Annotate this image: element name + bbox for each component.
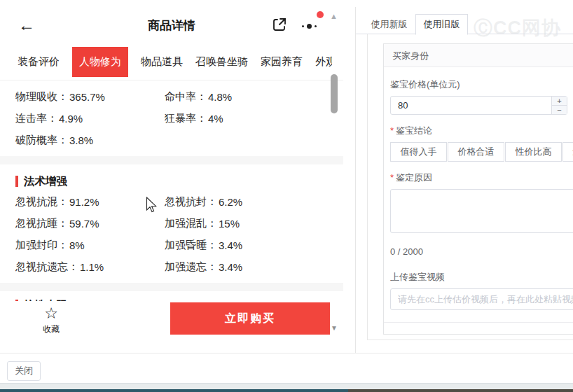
product-detail-panel: ← 商品详情 ▲ 装备评价 人物修为 物品道具 召唤兽坐骑 家园养育 — [0, 7, 356, 353]
collapse-panel-icon[interactable]: ▲ — [330, 12, 338, 20]
stat-value: 59.7% — [69, 218, 99, 230]
stat-item: 加强混乱15% — [165, 213, 343, 234]
stat-value: 365.7% — [69, 91, 105, 103]
stat-label: 命中率 — [165, 90, 207, 104]
stat-item: 加强封印8% — [15, 234, 165, 256]
stat-label: 加强封印 — [15, 239, 68, 252]
spell-stats-grid: 忽视抗混91.2% 忽视抗封6.2% 忽视抗睡59.7% 加强混乱15% 加强封… — [15, 191, 343, 278]
stat-item: 忽视抗遗忘1.1% — [15, 256, 165, 278]
price-label: 鉴宝价格(单位元) — [390, 78, 573, 91]
video-label: 上传鉴宝视频 — [390, 271, 573, 284]
tab-use-new-version[interactable]: 使用新版 — [363, 14, 415, 34]
basic-stats-grid: 物理吸收365.7% 命中率4.8% 连击率4.9% 狂暴率4% 破防概率3.8… — [15, 86, 343, 151]
appraisal-form-box: 买家身份 鉴宝价格(单位元) + − 鉴宝结论 值得入手 价格合适 — [383, 43, 573, 335]
appraisal-panel: ⒸCC网协 使用新版 使用旧版 买家身份 鉴宝价格(单位元) + − — [356, 7, 573, 353]
close-button[interactable]: 关闭 — [7, 361, 41, 381]
notification-badge-dot — [317, 11, 324, 18]
tab-character-cultivation[interactable]: 人物修为 — [72, 47, 128, 77]
stat-label: 物理吸收 — [15, 90, 68, 104]
option-worth-buying[interactable]: 值得入手 — [390, 142, 447, 162]
section-title: 法术增强 — [24, 174, 67, 189]
page-title: 商品详情 — [0, 18, 343, 34]
section-accent-bar — [15, 176, 18, 187]
more-menu-icon[interactable] — [302, 22, 324, 29]
dialog-footer-divider — [0, 353, 573, 354]
bottom-bar-left — [0, 389, 348, 392]
product-detail-header: ← 商品详情 ▲ — [0, 7, 355, 43]
stat-item: 忽视抗睡59.7% — [15, 213, 165, 234]
buyer-identity-header: 买家身份 — [384, 44, 573, 67]
dot — [307, 24, 312, 29]
stat-label: 狂暴率 — [165, 112, 207, 125]
price-stepper: + − — [390, 96, 567, 115]
share-icon[interactable] — [271, 16, 288, 33]
favorite-label: 收藏 — [35, 323, 67, 335]
appraisal-form-container: 买家身份 鉴宝价格(单位元) + − 鉴宝结论 值得入手 价格合适 — [367, 34, 573, 340]
tab-appearance[interactable]: 外观 — [315, 55, 332, 69]
stat-label: 连击率 — [15, 112, 57, 125]
stat-value: 4.9% — [59, 113, 83, 125]
stats-scroll-area[interactable]: 物理吸收365.7% 命中率4.8% 连击率4.9% 狂暴率4% 破防概率3.8… — [0, 80, 343, 301]
stat-item: 破防概率3.8% — [15, 130, 165, 151]
version-tab-bar: 使用新版 使用旧版 — [363, 14, 468, 34]
stat-label: 忽视抗封 — [165, 195, 217, 209]
option-fair-price[interactable]: 价格合适 — [448, 142, 504, 162]
stat-value: 4% — [208, 113, 223, 125]
stat-value: 6.2% — [219, 196, 242, 208]
form-divider — [384, 322, 573, 323]
tab-summon-mount[interactable]: 召唤兽坐骑 — [195, 55, 248, 69]
action-footer: ☆ 收藏 立即购买 ▼ — [0, 301, 343, 353]
dot — [302, 25, 304, 27]
stat-item: 物理吸收365.7% — [15, 86, 165, 108]
stat-item: 狂暴率4% — [165, 108, 343, 130]
stat-value: 3.8% — [69, 134, 93, 146]
section-divider — [0, 156, 343, 164]
price-input[interactable] — [391, 97, 548, 114]
chevron-down-icon[interactable]: ▼ — [331, 324, 338, 332]
decrement-icon[interactable]: − — [552, 106, 567, 114]
spell-enhance-section-header: 法术增强 — [15, 175, 343, 188]
bottom-bar-right — [348, 389, 573, 392]
video-link-input[interactable] — [390, 288, 573, 310]
stat-label: 忽视抗混 — [15, 195, 68, 209]
tab-equipment-review[interactable]: 装备评价 — [18, 55, 60, 69]
scrollbar-thumb[interactable] — [331, 74, 338, 113]
stat-item: 加强遗忘3.4% — [165, 256, 343, 278]
stat-value: 15% — [219, 218, 240, 230]
increment-icon[interactable]: + — [552, 97, 567, 106]
stat-label: 破防概率 — [15, 134, 68, 147]
char-counter: 0 / 2000 — [390, 246, 573, 257]
stat-value: 4.8% — [208, 91, 232, 103]
stat-label: 加强遗忘 — [165, 260, 217, 274]
dot — [315, 25, 317, 27]
screen: ← 商品详情 ▲ 装备评价 人物修为 物品道具 召唤兽坐骑 家园养育 — [0, 0, 573, 392]
stat-item: 连击率4.9% — [15, 108, 165, 130]
section-divider — [0, 283, 343, 291]
stat-item: 加强昏睡3.4% — [165, 234, 343, 256]
buy-now-button[interactable]: 立即购买 — [170, 302, 330, 335]
stat-label: 忽视抗遗忘 — [15, 260, 78, 274]
stat-item: 命中率4.8% — [165, 86, 343, 108]
favorite-button[interactable]: ☆ 收藏 — [35, 305, 67, 335]
stat-label: 加强昏睡 — [165, 239, 217, 252]
bottom-strip — [0, 383, 573, 389]
conclusion-options: 值得入手 价格合适 性价比高 还价可入 — [390, 142, 573, 162]
category-tab-bar: 装备评价 人物修为 物品道具 召唤兽坐骑 家园养育 外观 — [0, 43, 332, 80]
stat-label: 加强混乱 — [165, 217, 217, 230]
appraisal-form-body: 鉴宝价格(单位元) + − 鉴宝结论 值得入手 价格合适 性价比高 还价可入 — [384, 67, 573, 323]
reason-label: 鉴定原因 — [390, 172, 573, 184]
price-spinner: + − — [551, 97, 567, 114]
stat-label: 忽视抗睡 — [15, 217, 68, 230]
stat-value: 91.2% — [69, 196, 99, 208]
option-bargain-ok[interactable]: 还价可入 — [562, 142, 573, 162]
stat-value: 8% — [69, 239, 85, 251]
star-icon: ☆ — [35, 305, 67, 322]
tab-use-old-version[interactable]: 使用旧版 — [415, 14, 468, 35]
stat-item: 忽视抗封6.2% — [165, 191, 343, 213]
tab-items[interactable]: 物品道具 — [141, 55, 183, 69]
reason-textarea[interactable] — [390, 189, 573, 233]
option-good-value[interactable]: 性价比高 — [505, 142, 562, 162]
stat-value: 1.1% — [80, 261, 104, 273]
tab-home-nurture[interactable]: 家园养育 — [261, 55, 303, 69]
stat-value: 3.4% — [219, 239, 242, 251]
